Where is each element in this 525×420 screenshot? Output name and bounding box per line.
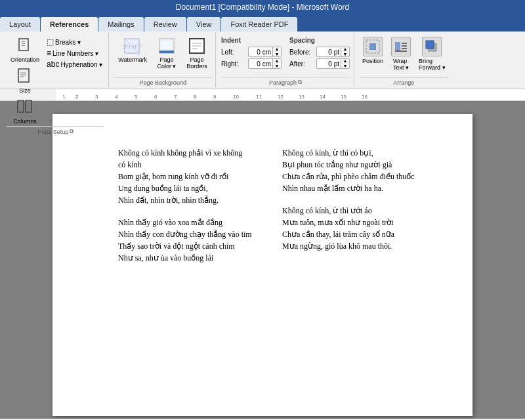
hyphenation-button[interactable]: abc Hyphenation ▾	[45, 59, 104, 70]
poem-line: Chưa cần thay, lái trăm cây số nữa	[282, 228, 420, 240]
spacing-after-label: After:	[289, 60, 314, 68]
ruler-mark-5: 6	[154, 94, 157, 100]
paragraph-content: Indent Left: ▲ ▼ Right:	[221, 34, 350, 77]
spacing-group: Spacing Before: ▲ ▼ After:	[289, 37, 350, 69]
arrange-group-label: Arrange	[360, 77, 448, 86]
page-setup-group: Orientation Size	[3, 33, 109, 87]
ruler-mark-3: 4	[115, 94, 117, 100]
position-icon	[363, 37, 383, 56]
indent-left-row: Left: ▲ ▼	[221, 47, 282, 57]
svg-rect-14	[161, 40, 173, 52]
size-button[interactable]: Size	[7, 65, 43, 95]
breaks-icon: ⬚	[47, 37, 54, 47]
wrap-text-button[interactable]: WrapText ▾	[388, 35, 413, 72]
orientation-label: Orientation	[10, 56, 39, 63]
spacing-after-up[interactable]: ▲	[341, 58, 349, 64]
ruler-mark-13: 14	[320, 94, 326, 100]
poem-line: Chưa cần rửa, phì phèo châm điếu thuốc	[282, 171, 420, 182]
spacing-before-value[interactable]	[317, 49, 341, 56]
poem-line: Mưa ngừng, gió lùa khô mau thôi.	[282, 240, 420, 252]
paragraph-group-label: Paragraph ⧉	[221, 77, 350, 86]
poem-left-column: Không có kính không phải vì xe không có …	[118, 147, 256, 274]
indent-left-value[interactable]	[249, 49, 272, 56]
tab-view[interactable]: View	[187, 17, 221, 32]
watermark-label: Watermark	[118, 56, 147, 63]
page-color-label: PageColor ▾	[157, 56, 176, 70]
tab-references[interactable]: References	[41, 17, 98, 32]
tab-mailings[interactable]: Mailings	[98, 17, 143, 32]
indent-left-input[interactable]: ▲ ▼	[248, 47, 282, 57]
indent-left-spinners: ▲ ▼	[272, 47, 281, 57]
ruler-mark-11: 12	[278, 94, 284, 100]
poem-line: Nhìn nhau mặt lấm cười ha ha.	[282, 182, 420, 194]
spacing-after-value[interactable]	[317, 60, 341, 68]
hyphenation-label: Hyphenation ▾	[60, 61, 102, 68]
ruler-mark-14: 15	[341, 94, 346, 100]
indent-right-value[interactable]	[249, 60, 272, 68]
ruler: 1 2 3 4 5 6 7 8 9 10 11 12 13 14 15 16	[0, 89, 525, 101]
poem-line: Bụi phun tóc trắng như người già	[282, 159, 420, 171]
ruler-mark-9: 10	[233, 94, 239, 100]
line-numbers-button[interactable]: ≡ Line Numbers ▾	[45, 48, 104, 58]
size-label: Size	[19, 87, 31, 94]
svg-rect-3	[22, 45, 25, 46]
poem-line: Nhìn đất, nhìn trời, nhìn thẳng.	[118, 194, 256, 206]
page-borders-button[interactable]: PageBorders	[182, 34, 211, 71]
page-setup-expand-icon[interactable]: ⧉	[70, 128, 74, 135]
svg-rect-9	[26, 100, 32, 112]
spacing-before-label: Before:	[289, 49, 314, 56]
indent-group: Indent Left: ▲ ▼ Right:	[221, 37, 282, 69]
paragraph-expand-icon[interactable]: ⧉	[298, 79, 302, 86]
indent-left-down[interactable]: ▼	[273, 52, 281, 57]
page: Không có kính không phải vì xe không có …	[52, 114, 472, 416]
bring-forward-icon	[422, 37, 442, 56]
poem-right-stanza2: Không có kính, ừ thì ướt áo Mưa tuôn, mư…	[282, 205, 420, 252]
bring-forward-button[interactable]: BringForward ▾	[416, 35, 448, 72]
spacing-before-input[interactable]: ▲ ▼	[316, 47, 350, 57]
wrap-text-label: WrapText ▾	[393, 58, 409, 71]
ruler-mark-0: 1	[62, 94, 65, 100]
ruler-mark-12: 13	[299, 94, 304, 100]
columns-icon	[14, 97, 35, 118]
spacing-after-input[interactable]: ▲ ▼	[316, 58, 350, 69]
page-color-button[interactable]: PageColor ▾	[152, 34, 181, 71]
page-borders-icon	[186, 35, 207, 56]
indent-right-row: Right: ▲ ▼	[221, 58, 282, 69]
page-setup-content: Orientation Size	[7, 34, 104, 126]
ruler-mark-6: 7	[174, 94, 177, 100]
orientation-button[interactable]: Orientation	[7, 34, 43, 64]
spacing-before-down[interactable]: ▼	[341, 52, 349, 57]
tab-review[interactable]: Review	[144, 17, 186, 32]
ribbon: Orientation Size	[0, 32, 525, 89]
indent-right-input[interactable]: ▲ ▼	[248, 58, 282, 69]
indent-left-up[interactable]: ▲	[273, 47, 281, 52]
watermark-icon: DRAFT	[122, 35, 143, 56]
tab-foxit[interactable]: Foxit Reader PDF	[221, 17, 297, 32]
columns-button[interactable]: Columns	[7, 96, 43, 126]
spacing-label: Spacing	[289, 37, 350, 44]
svg-rect-1	[22, 41, 25, 42]
breaks-button[interactable]: ⬚ Breaks ▾	[45, 37, 104, 47]
poem-line: Nhìn thấy con đường chạy thẳng vào tim	[118, 228, 256, 240]
watermark-button[interactable]: DRAFT Watermark	[114, 34, 151, 64]
poem-line: Ung dung buồng lái ta ngồi,	[118, 182, 256, 194]
spacing-after-down[interactable]: ▼	[341, 64, 349, 69]
position-button[interactable]: Position	[360, 35, 386, 66]
svg-rect-2	[22, 43, 25, 44]
svg-rect-0	[19, 39, 28, 51]
spacing-after-spinners: ▲ ▼	[341, 58, 349, 69]
indent-right-down[interactable]: ▼	[273, 64, 281, 69]
columns-label: Columns	[13, 118, 37, 125]
title-text: Document1 [Compatibility Mode] - Microso…	[176, 3, 350, 12]
indent-right-up[interactable]: ▲	[273, 58, 281, 64]
spacing-before-up[interactable]: ▲	[341, 47, 349, 52]
poem-line: có kính	[118, 159, 256, 171]
page-background-group: DRAFT Watermark PageColor ▾	[110, 33, 216, 87]
page-setup-col1: Orientation Size	[7, 34, 43, 126]
line-numbers-icon: ≡	[47, 49, 51, 58]
tab-layout[interactable]: Layout	[0, 17, 40, 32]
poem-line: Thấy sao trời và đột ngột cánh chim	[118, 240, 256, 252]
indent-right-label: Right:	[221, 60, 246, 68]
svg-rect-15	[159, 51, 174, 53]
document-area: Không có kính không phải vì xe không có …	[0, 101, 525, 419]
